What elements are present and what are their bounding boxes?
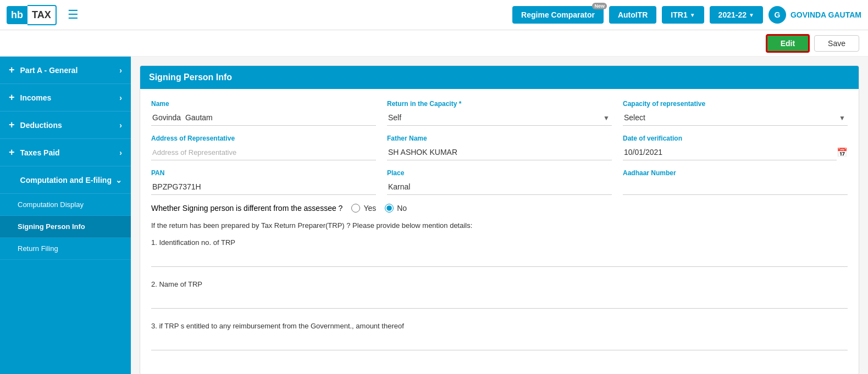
trp-reimbursement-field: 3. if TRP s entitled to any reimbursemen… xyxy=(151,322,848,350)
sidebar-label: Computation and E-filing xyxy=(20,176,112,185)
father-name-input[interactable] xyxy=(387,144,612,160)
logo-tax: TAX xyxy=(27,5,57,25)
sidebar-item-computation-efiling[interactable]: + Computation and E-filing ⌄ xyxy=(0,166,131,194)
regime-comparator-button[interactable]: New Regime Comparator xyxy=(512,6,604,24)
place-field: Place xyxy=(387,169,612,195)
topnav: hb TAX ☰ New Regime Comparator AutoITR I… xyxy=(0,0,868,30)
signing-person-form-card: Signing Person Info Name Return in the C… xyxy=(140,65,859,374)
sidebar-sub-label: Signing Person Info xyxy=(18,222,85,231)
address-field: Address of Representative xyxy=(151,135,376,160)
form-card-header: Signing Person Info xyxy=(140,66,859,89)
aadhaar-field: Aadhaar Number xyxy=(623,169,848,195)
chevron-right-icon: › xyxy=(119,121,122,130)
pan-label: PAN xyxy=(151,169,376,177)
sidebar-label: Taxes Paid xyxy=(20,148,60,157)
sidebar-sub-label: Return Filing xyxy=(18,244,58,253)
sidebar-label: Incomes xyxy=(20,93,52,102)
year-dropdown-button[interactable]: 2021-22 ▼ xyxy=(710,6,763,24)
chevron-right-icon: › xyxy=(119,148,122,157)
trp-id-input[interactable] xyxy=(151,251,848,267)
signing-no-radio[interactable] xyxy=(385,204,394,213)
trp-name-field: 2. Name of TRP xyxy=(151,280,848,309)
sidebar-item-part-a-general[interactable]: + Part A - General › xyxy=(0,57,131,84)
name-field: Name xyxy=(151,100,376,126)
form-row-1: Name Return in the Capacity * Self ▼ xyxy=(151,100,848,126)
plus-icon: + xyxy=(9,119,15,131)
date-verification-input[interactable] xyxy=(623,144,837,160)
signing-yes-radio[interactable] xyxy=(351,204,360,213)
trp-section: If the return has been prepared by Tax R… xyxy=(151,221,848,350)
form-row-3: PAN Place Aadhaar Number xyxy=(151,169,848,195)
regime-badge: New xyxy=(592,3,607,9)
form-card-body: Name Return in the Capacity * Self ▼ xyxy=(140,89,859,374)
address-label: Address of Representative xyxy=(151,135,376,142)
hamburger-icon[interactable]: ☰ xyxy=(68,8,79,22)
user-name: GOVINDA GAUTAM xyxy=(790,10,861,19)
trp-reimbursement-input[interactable] xyxy=(151,334,848,350)
sidebar-item-taxes-paid[interactable]: + Taxes Paid › xyxy=(0,139,131,166)
logo-area: hb TAX xyxy=(7,5,57,25)
sidebar-item-signing-person-info[interactable]: Signing Person Info xyxy=(0,216,131,238)
signing-no-label[interactable]: No xyxy=(385,204,407,213)
logo-hb: hb xyxy=(7,6,27,24)
return-capacity-select[interactable]: Self xyxy=(387,110,612,126)
sidebar-item-return-filing[interactable]: Return Filing xyxy=(0,238,131,260)
nav-right: New Regime Comparator AutoITR ITR1 ▼ 202… xyxy=(512,6,861,24)
calendar-icon[interactable]: 📅 xyxy=(837,147,848,158)
address-input[interactable] xyxy=(151,144,376,160)
place-input[interactable] xyxy=(387,179,612,195)
name-input[interactable] xyxy=(151,110,376,126)
save-button[interactable]: Save xyxy=(814,35,859,52)
trp-id-field: 1. Identification no. of TRP xyxy=(151,238,848,267)
capacity-rep-select[interactable]: Select xyxy=(623,110,848,126)
trp-name-label: 2. Name of TRP xyxy=(151,280,848,288)
itr-dropdown-arrow-icon: ▼ xyxy=(690,12,695,18)
return-capacity-select-wrapper: Self ▼ xyxy=(387,110,612,126)
capacity-rep-label: Capacity of representative xyxy=(623,100,848,108)
form-row-2: Address of Representative Father Name Da… xyxy=(151,135,848,160)
sidebar-label: Part A - General xyxy=(20,66,78,75)
trp-question-text: If the return has been prepared by Tax R… xyxy=(151,221,848,230)
sidebar-sub-label: Computation Display xyxy=(18,200,84,209)
capacity-rep-select-wrapper: Select ▼ xyxy=(623,110,848,126)
sidebar: + Part A - General › + Incomes › + Deduc… xyxy=(0,57,131,374)
date-verification-label: Date of verification xyxy=(623,135,848,142)
date-wrapper: 📅 xyxy=(623,144,848,160)
plus-icon: + xyxy=(9,92,15,103)
trp-id-label: 1. Identification no. of TRP xyxy=(151,238,848,247)
return-capacity-label: Return in the Capacity * xyxy=(387,100,612,108)
form-title: Signing Person Info xyxy=(149,72,232,82)
signing-question-text: Whether Signing person is different from… xyxy=(151,204,342,213)
pan-input[interactable] xyxy=(151,179,376,195)
aadhaar-label: Aadhaar Number xyxy=(623,169,848,177)
father-name-field: Father Name xyxy=(387,135,612,160)
name-label: Name xyxy=(151,100,376,108)
capacity-rep-field: Capacity of representative Select ▼ xyxy=(623,100,848,126)
auto-itr-button[interactable]: AutoITR xyxy=(609,6,656,24)
edit-button[interactable]: Edit xyxy=(766,34,810,53)
sidebar-label: Deductions xyxy=(20,121,62,130)
sidebar-item-incomes[interactable]: + Incomes › xyxy=(0,84,131,111)
return-capacity-field: Return in the Capacity * Self ▼ xyxy=(387,100,612,126)
trp-reimbursement-label: 3. if TRP s entitled to any reimbursemen… xyxy=(151,322,848,330)
avatar: G xyxy=(769,6,786,24)
chevron-right-icon: › xyxy=(119,66,122,75)
date-verification-field: Date of verification 📅 xyxy=(623,135,848,160)
sidebar-item-computation-display[interactable]: Computation Display xyxy=(0,194,131,216)
trp-name-input[interactable] xyxy=(151,293,848,309)
chevron-right-icon: › xyxy=(119,93,122,102)
signing-radio-group: Whether Signing person is different from… xyxy=(151,204,848,213)
signing-yes-label[interactable]: Yes xyxy=(351,204,376,213)
user-menu[interactable]: G GOVINDA GAUTAM xyxy=(769,6,861,24)
sidebar-item-deductions[interactable]: + Deductions › xyxy=(0,111,131,139)
action-bar: Edit Save xyxy=(0,30,868,57)
main-content: Signing Person Info Name Return in the C… xyxy=(131,57,868,374)
father-name-label: Father Name xyxy=(387,135,612,142)
plus-icon: + xyxy=(9,147,15,158)
main-layout: + Part A - General › + Incomes › + Deduc… xyxy=(0,57,868,374)
place-label: Place xyxy=(387,169,612,177)
itr-dropdown-button[interactable]: ITR1 ▼ xyxy=(662,6,704,24)
pan-field: PAN xyxy=(151,169,376,195)
year-dropdown-arrow-icon: ▼ xyxy=(749,12,754,18)
aadhaar-input[interactable] xyxy=(623,179,848,195)
